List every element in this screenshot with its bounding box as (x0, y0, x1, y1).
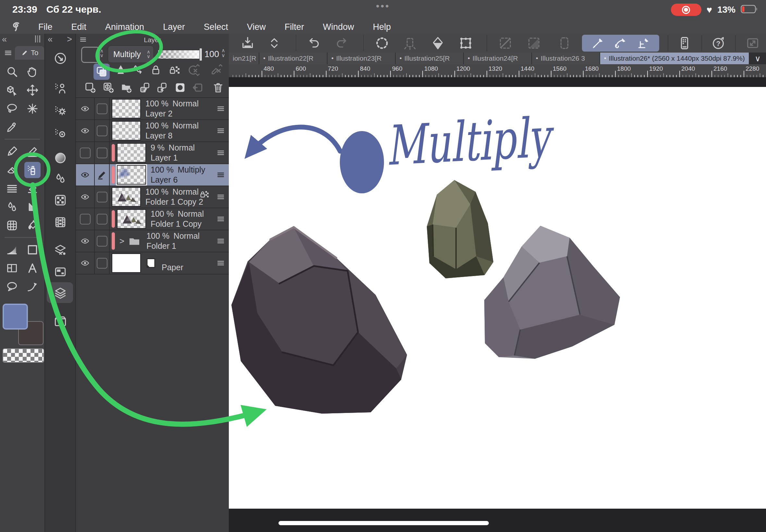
refresh-marquee-icon[interactable] (403, 36, 418, 51)
tab-tool[interactable]: To (15, 46, 44, 60)
layer-template-icon[interactable] (53, 243, 67, 257)
main-color-swatch[interactable] (3, 304, 28, 330)
gradient-tool[interactable] (4, 242, 20, 258)
subtool-figure-icon[interactable] (53, 81, 67, 95)
new-layer-icon[interactable] (84, 81, 97, 94)
balloon-tool[interactable] (4, 279, 20, 295)
timeline-icon[interactable] (53, 215, 67, 229)
bucket-tool[interactable] (24, 217, 41, 234)
visibility-toggle-eye-icon[interactable] (79, 236, 91, 246)
document-tab[interactable]: •Illustration24[R (464, 53, 531, 64)
visibility-toggle-eye-icon[interactable] (79, 192, 91, 201)
panel-drag-handle[interactable] (35, 35, 40, 42)
layer-checkbox[interactable] (97, 236, 107, 247)
visibility-toggle-eye-icon[interactable] (79, 104, 91, 113)
new-vector-layer-icon[interactable] (102, 81, 115, 94)
collapse-panel-icon[interactable]: « (2, 35, 7, 44)
move-tool[interactable] (24, 82, 41, 98)
delete-layer-icon[interactable] (212, 81, 225, 94)
layer-row[interactable]: 9 % NormalLayer 1 (76, 142, 229, 164)
decoration-tool[interactable] (24, 199, 41, 215)
text-tool[interactable] (24, 260, 41, 276)
layer-row[interactable]: 100 % NormalFolder 1 Copy (76, 208, 229, 230)
tool-panel-menu-icon[interactable] (4, 49, 12, 57)
layer-row[interactable]: 100 % NormalLayer 2 (76, 98, 229, 120)
document-tab[interactable]: •Illustration23[R (327, 53, 395, 64)
layer-thumbnail[interactable] (112, 187, 141, 207)
layer-menu-icon[interactable] (216, 170, 225, 180)
layer-color-flag[interactable] (112, 232, 115, 250)
layer-checkbox[interactable] (97, 148, 107, 158)
panel-updown-icon[interactable] (267, 36, 282, 51)
pen-tool[interactable] (4, 143, 20, 160)
transform-frame-icon[interactable] (458, 36, 473, 51)
layer-row[interactable]: 100 % NormalFolder 1 Copy 2 (76, 186, 229, 208)
layer-checkbox[interactable] (97, 258, 107, 269)
document-tab[interactable]: ion21[R (229, 53, 259, 64)
mask-layer-icon[interactable] (114, 64, 127, 77)
subtool-settings-icon[interactable] (53, 104, 67, 118)
processing-icon[interactable] (374, 36, 390, 51)
draft-ref-icon[interactable] (210, 64, 223, 77)
layer-color-flag[interactable] (112, 166, 115, 184)
visibility-toggle-eye-icon[interactable] (79, 126, 91, 135)
layer-menu-icon[interactable] (216, 126, 225, 136)
layer-thumbnail[interactable] (112, 121, 141, 140)
layer-thumbnail[interactable] (117, 209, 146, 229)
snap-curve-icon[interactable] (614, 36, 628, 50)
export-icon[interactable] (240, 36, 255, 51)
snap-ruler-icon[interactable] (591, 36, 605, 50)
menu-edit[interactable]: Edit (71, 22, 87, 32)
layer-checkbox[interactable] (97, 214, 107, 224)
document-tab[interactable]: •Illustration22[R (259, 53, 327, 64)
new-folder-icon[interactable] (120, 81, 133, 94)
selection-launcher-icon[interactable] (557, 36, 572, 51)
layer-color-flag[interactable] (112, 144, 115, 162)
eyedropper-tool[interactable] (4, 119, 20, 135)
layer-menu-icon[interactable] (216, 148, 225, 158)
multitask-dots-icon[interactable]: ••• (376, 1, 390, 12)
selection-line-icon[interactable] (498, 36, 513, 51)
collapse-subpanel-icon[interactable]: « (48, 35, 53, 44)
companion-phone-icon[interactable] (677, 36, 692, 51)
palette-color-spinner[interactable]: ∧∨ (100, 49, 103, 58)
blend-tool[interactable] (4, 199, 20, 215)
canvas[interactable]: Multiply (229, 87, 766, 509)
fullscreen-icon[interactable] (745, 36, 760, 51)
redo-icon[interactable] (334, 36, 349, 51)
eraser-diamond-icon[interactable] (431, 36, 445, 51)
screen-record-indicator[interactable] (671, 4, 701, 16)
gradient-circle-icon[interactable] (53, 151, 67, 165)
tab-overflow-chevron-icon[interactable]: ∨ (749, 53, 766, 64)
ruler-ref-icon[interactable] (187, 64, 200, 77)
layer-row[interactable]: 100 % NormalLayer 8 (76, 120, 229, 142)
transfer-down-icon[interactable] (138, 81, 151, 94)
layer-menu-icon[interactable] (216, 214, 225, 224)
layer-thumbnail[interactable] (112, 99, 141, 118)
layer-checkbox[interactable] (97, 192, 107, 202)
lasso-tool[interactable] (4, 101, 20, 117)
layer-menu-icon[interactable] (216, 104, 225, 114)
layer-thumbnail[interactable] (112, 253, 141, 273)
undo-icon[interactable] (306, 36, 321, 51)
menu-filter[interactable]: Filter (285, 22, 304, 32)
visibility-toggle[interactable] (80, 148, 91, 158)
material-icon[interactable] (53, 314, 67, 328)
marker-tool[interactable] (24, 143, 41, 160)
layer-row[interactable]: Paper (76, 252, 229, 274)
screen-settings-icon[interactable] (53, 265, 67, 279)
correction-tool[interactable] (24, 279, 41, 295)
menu-animation[interactable]: Animation (105, 22, 144, 32)
layer-row[interactable]: 100 % MultiplyLayer 6 (76, 164, 229, 186)
expand-subpanel-icon[interactable]: > (67, 35, 72, 44)
operate-tool[interactable] (4, 82, 20, 98)
menu-select[interactable]: Select (204, 22, 228, 32)
menu-layer[interactable]: Layer (163, 22, 185, 32)
clip-layer-icon[interactable] (130, 64, 143, 77)
object-launcher-icon[interactable] (53, 51, 67, 66)
layer-checkbox[interactable] (97, 126, 107, 136)
menu-window[interactable]: Window (323, 22, 354, 32)
menu-file[interactable]: File (38, 22, 53, 32)
mesh-tool[interactable] (4, 217, 20, 234)
clip-studio-paint-logo-icon[interactable] (11, 21, 23, 33)
